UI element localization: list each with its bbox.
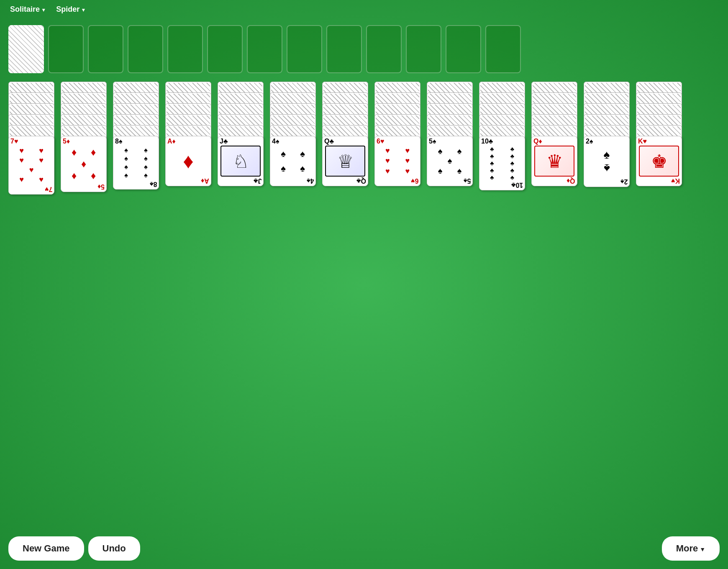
card-8♠[interactable]: 8♠ ♠♠♠♠♠♠♠♠ 8♠ <box>113 136 159 190</box>
tableau-column-9: 5♠ ♠ ♠ ♠ ♠ ♠ 5♠ <box>427 82 475 186</box>
card-label-bottom: 6♥ <box>411 177 418 184</box>
card-label-bottom: 10♣ <box>511 182 523 188</box>
tableau-column-13: K♥ ♚ K♥ <box>636 82 684 186</box>
card-label-bottom: Q♦ <box>567 177 575 184</box>
tableau-column-2: 5♦ ♦ ♦ ♦ ♦ ♦ 5♦ <box>61 82 109 192</box>
stock-area <box>0 21 728 77</box>
header: Solitaire Spider <box>0 0 728 19</box>
card-label-bottom: 7♥ <box>45 186 52 192</box>
tableau: 7♥ ♥♥ ♥♥ ♥ ♥♥ 7♥ 5♦ ♦ ♦ ♦ <box>0 82 728 195</box>
tableau-column-7: Q♣ ♕ Q♣ <box>322 82 370 186</box>
tableau-column-4: A♦ ♦ A♦ <box>165 82 213 186</box>
card-label-bottom: 5♠ <box>464 177 471 184</box>
stock-pile[interactable] <box>8 25 44 73</box>
foundation-9[interactable] <box>366 25 402 73</box>
foundation-12[interactable] <box>485 25 521 73</box>
card-label-top: 8♠ <box>115 138 157 145</box>
card-label-top: Q♦ <box>533 138 575 145</box>
tableau-column-8: 6♥ ♥♥ ♥♥ ♥♥ 6♥ <box>374 82 423 186</box>
card-label-top: K♥ <box>638 138 680 145</box>
solitaire-menu[interactable]: Solitaire <box>7 3 49 15</box>
card-4♠[interactable]: 4♠ ♠♠♠♠ 4♠ <box>270 136 316 186</box>
bottom-left-buttons: New Game Undo <box>8 536 140 561</box>
card-5♠[interactable]: 5♠ ♠ ♠ ♠ ♠ ♠ 5♠ <box>427 136 473 186</box>
card-label-top: A♦ <box>167 138 209 145</box>
tableau-column-5: J♣ ♘ J♣ <box>218 82 266 186</box>
card-label-top: 5♠ <box>429 138 471 145</box>
new-game-button[interactable]: New Game <box>8 536 84 561</box>
tableau-column-11: Q♦ ♛ Q♦ <box>531 82 579 186</box>
card-label-bottom: A♦ <box>201 177 209 184</box>
spider-menu[interactable]: Spider <box>53 3 89 15</box>
foundation-1[interactable] <box>48 25 84 73</box>
card-J♣[interactable]: J♣ ♘ J♣ <box>218 136 264 186</box>
card-A♦[interactable]: A♦ ♦ A♦ <box>165 136 211 186</box>
foundation-11[interactable] <box>446 25 481 73</box>
card-label-bottom: 4♠ <box>307 177 314 184</box>
tableau-column-3: 8♠ ♠♠♠♠♠♠♠♠ 8♠ <box>113 82 161 190</box>
card-label-bottom: Q♣ <box>356 177 366 184</box>
card-label-bottom: 5♦ <box>97 183 105 190</box>
card-label-bottom: 2♠ <box>620 178 628 185</box>
more-button[interactable]: More <box>662 536 720 561</box>
foundation-7[interactable] <box>287 25 322 73</box>
card-6♥[interactable]: 6♥ ♥♥ ♥♥ ♥♥ 6♥ <box>374 136 420 186</box>
card-label-top: 6♥ <box>377 138 418 145</box>
bottom-bar: New Game Undo More <box>8 536 720 561</box>
tableau-column-1: 7♥ ♥♥ ♥♥ ♥ ♥♥ 7♥ <box>8 82 56 195</box>
card-label-top: 5♦ <box>63 138 105 145</box>
card-10♣[interactable]: 10♣ ♣♣♣♣♣♣♣♣♣♣ 10♣ <box>479 136 525 190</box>
card-K♥[interactable]: K♥ ♚ K♥ <box>636 136 682 186</box>
card-label-bottom: 8♠ <box>150 181 157 187</box>
foundation-3[interactable] <box>128 25 163 73</box>
card-7♥[interactable]: 7♥ ♥♥ ♥♥ ♥ ♥♥ 7♥ <box>8 136 54 195</box>
card-5♦[interactable]: 5♦ ♦ ♦ ♦ ♦ ♦ 5♦ <box>61 136 107 192</box>
card-label-bottom: J♣ <box>254 177 261 184</box>
card-label-top: 2♠ <box>586 138 628 145</box>
card-Q♦[interactable]: Q♦ ♛ Q♦ <box>531 136 577 186</box>
card-label-top: Q♣ <box>324 138 366 145</box>
card-Q♣[interactable]: Q♣ ♕ Q♣ <box>322 136 368 186</box>
card-label-top: 10♣ <box>481 138 523 145</box>
card-2♠[interactable]: 2♠ ♠ ♠ 2♠ <box>584 136 630 187</box>
card-label-top: 4♠ <box>272 138 314 145</box>
foundation-2[interactable] <box>88 25 123 73</box>
foundation-8[interactable] <box>326 25 362 73</box>
card-label-top: 7♥ <box>10 138 52 145</box>
foundation-5[interactable] <box>207 25 243 73</box>
foundation-6[interactable] <box>247 25 282 73</box>
undo-button[interactable]: Undo <box>88 536 140 561</box>
foundation-10[interactable] <box>406 25 441 73</box>
foundation-4[interactable] <box>167 25 203 73</box>
card-label-bottom: K♥ <box>671 177 680 184</box>
tableau-column-6: 4♠ ♠♠♠♠ 4♠ <box>270 82 318 186</box>
tableau-column-10: 10♣ ♣♣♣♣♣♣♣♣♣♣ 10♣ <box>479 82 527 190</box>
card-label-top: J♣ <box>220 138 261 145</box>
tableau-column-12: 2♠ ♠ ♠ 2♠ <box>584 82 632 187</box>
